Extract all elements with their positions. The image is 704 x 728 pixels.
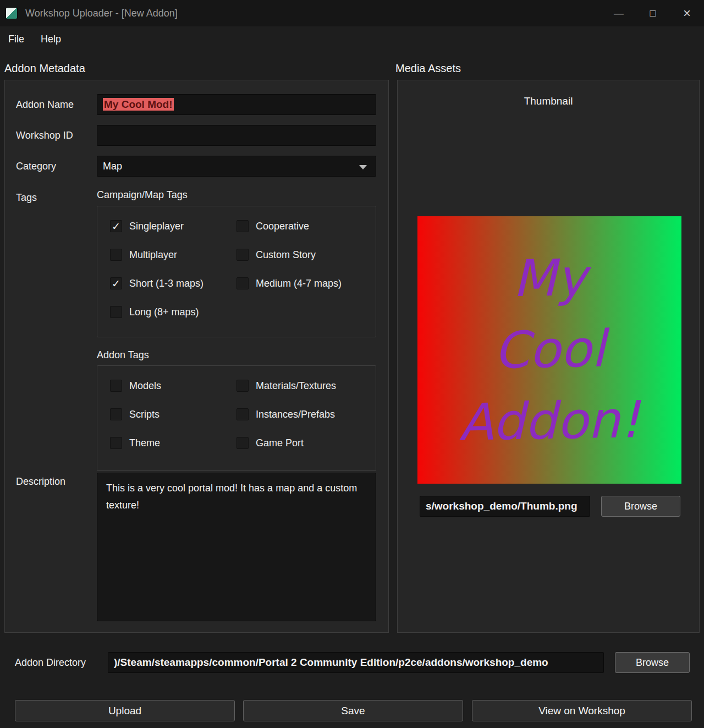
addon-metadata-panel: Addon Name My Cool Mod! Workshop ID Cate…: [4, 80, 389, 633]
minimize-icon: —: [614, 8, 624, 19]
checkbox-label: Theme: [129, 437, 160, 449]
checkbox-box: [110, 220, 122, 232]
media-assets-heading: Media Assets: [395, 62, 461, 75]
addon-directory-browse-button[interactable]: Browse: [615, 652, 690, 673]
checkbox-label: Long (8+ maps): [129, 306, 199, 318]
menu-item-help[interactable]: Help: [32, 26, 69, 52]
checkbox-materials-textures[interactable]: Materials/Textures: [237, 378, 376, 393]
upload-button[interactable]: Upload: [15, 700, 235, 721]
checkbox-long-maps[interactable]: Long (8+ maps): [110, 304, 237, 320]
checkbox-instances-prefabs[interactable]: Instances/Prefabs: [237, 407, 376, 422]
checkbox-label: Cooperative: [256, 221, 309, 232]
workshop-id-label: Workshop ID: [16, 125, 73, 146]
save-button[interactable]: Save: [243, 700, 463, 721]
checkbox-label: Game Port: [256, 437, 304, 449]
category-selected-value: Map: [103, 161, 122, 172]
thumbnail-browse-button[interactable]: Browse: [601, 496, 680, 517]
thumbnail-text-line: My: [512, 253, 586, 304]
addon-directory-input[interactable]: )/Steam/steamapps/common/Portal 2 Commun…: [108, 652, 604, 673]
addon-tags-title: Addon Tags: [97, 349, 149, 361]
checkbox-box: [237, 408, 249, 420]
checkbox-cooperative[interactable]: Cooperative: [237, 218, 376, 234]
view-on-workshop-button[interactable]: View on Workshop: [472, 700, 692, 721]
close-button[interactable]: ×: [670, 0, 704, 26]
thumbnail-text-line: Addon!: [458, 395, 640, 448]
checkbox-box: [237, 380, 249, 392]
addon-name-label: Addon Name: [16, 94, 74, 115]
thumbnail-title: Thumbnail: [398, 95, 699, 107]
title-bar: Workshop Uploader - [New Addon] — □ ×: [0, 0, 704, 26]
checkbox-label: Multiplayer: [129, 249, 177, 261]
description-textarea[interactable]: This is a very cool portal mod! It has a…: [97, 473, 376, 621]
checkbox-label: Custom Story: [256, 249, 316, 261]
campaign-map-tags-group: Singleplayer Cooperative Multiplayer Cus…: [97, 206, 376, 337]
checkbox-label: Scripts: [129, 409, 160, 420]
checkbox-box: [110, 306, 122, 318]
minimize-button[interactable]: —: [602, 0, 636, 26]
checkbox-box: [237, 220, 249, 232]
checkbox-scripts[interactable]: Scripts: [110, 407, 237, 422]
maximize-button[interactable]: □: [636, 0, 670, 26]
checkbox-label: Singleplayer: [129, 221, 184, 232]
checkbox-label: Models: [129, 380, 161, 392]
checkbox-singleplayer[interactable]: Singleplayer: [110, 218, 237, 234]
checkbox-label: Medium (4-7 maps): [256, 278, 342, 289]
checkbox-label: Instances/Prefabs: [256, 409, 335, 420]
category-dropdown[interactable]: Map: [97, 156, 376, 177]
chevron-down-icon: [359, 165, 367, 169]
close-icon: ×: [683, 6, 691, 21]
addon-name-selected-text: My Cool Mod!: [103, 98, 174, 111]
checkbox-box: [110, 437, 122, 449]
menu-bar: File Help: [0, 26, 704, 52]
window-title: Workshop Uploader - [New Addon]: [25, 8, 178, 19]
addon-metadata-heading: Addon Metadata: [4, 62, 85, 75]
checkbox-box: [237, 249, 249, 261]
checkbox-box: [110, 277, 122, 289]
checkbox-box: [110, 249, 122, 261]
checkbox-box: [110, 380, 122, 392]
checkbox-label: Short (1-3 maps): [129, 278, 204, 289]
checkbox-box: [237, 277, 249, 289]
addon-name-input[interactable]: My Cool Mod!: [97, 94, 376, 115]
menu-item-file[interactable]: File: [0, 26, 32, 52]
checkbox-box: [237, 437, 249, 449]
tags-label: Tags: [16, 187, 37, 208]
thumbnail-path-input[interactable]: s/workshop_demo/Thumb.png: [420, 496, 590, 517]
campaign-map-tags-title: Campaign/Map Tags: [97, 189, 188, 201]
checkbox-multiplayer[interactable]: Multiplayer: [110, 247, 237, 262]
description-label: Description: [16, 471, 65, 492]
checkbox-theme[interactable]: Theme: [110, 435, 237, 451]
category-label: Category: [16, 156, 56, 177]
workshop-id-input[interactable]: [97, 125, 376, 146]
checkbox-label: Materials/Textures: [256, 380, 336, 392]
app-icon: [6, 7, 18, 19]
checkbox-custom-story[interactable]: Custom Story: [237, 247, 376, 262]
addon-directory-label: Addon Directory: [15, 652, 86, 673]
maximize-icon: □: [650, 8, 656, 19]
checkbox-short-maps[interactable]: Short (1-3 maps): [110, 276, 237, 291]
checkbox-box: [110, 408, 122, 420]
checkbox-medium-maps[interactable]: Medium (4-7 maps): [237, 276, 376, 291]
checkbox-models[interactable]: Models: [110, 378, 237, 393]
thumbnail-text-line: Cool: [493, 324, 606, 376]
thumbnail-preview: My Cool Addon!: [417, 216, 681, 484]
checkbox-game-port[interactable]: Game Port: [237, 435, 376, 451]
media-assets-panel: Thumbnail My Cool Addon! s/workshop_demo…: [397, 80, 700, 633]
addon-tags-group: Models Materials/Textures Scripts Instan…: [97, 365, 376, 471]
